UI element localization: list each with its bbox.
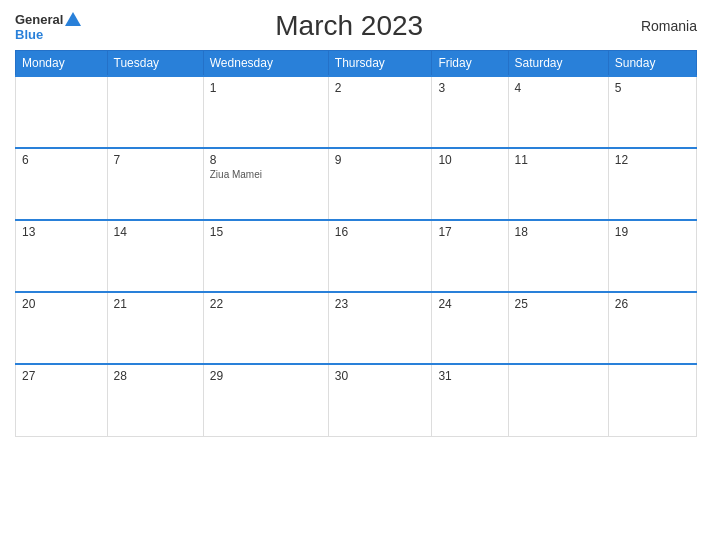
day-number: 18 [515,225,602,239]
day-number: 2 [335,81,426,95]
logo-blue-text: Blue [15,28,43,41]
day-number: 4 [515,81,602,95]
day-number: 29 [210,369,322,383]
calendar-table: Monday Tuesday Wednesday Thursday Friday… [15,50,697,437]
header-saturday: Saturday [508,51,608,77]
calendar-week-row: 12345 [16,76,697,148]
day-number: 14 [114,225,197,239]
calendar-cell: 29 [203,364,328,436]
calendar-cell: 22 [203,292,328,364]
day-number: 27 [22,369,101,383]
calendar-week-row: 2728293031 [16,364,697,436]
calendar-cell: 30 [328,364,432,436]
day-number: 19 [615,225,690,239]
day-number: 5 [615,81,690,95]
day-number: 23 [335,297,426,311]
header-tuesday: Tuesday [107,51,203,77]
logo-block: General Blue [15,12,81,41]
day-number: 13 [22,225,101,239]
day-number: 30 [335,369,426,383]
header: General Blue March 2023 Romania [15,10,697,42]
calendar-cell: 6 [16,148,108,220]
calendar-cell: 23 [328,292,432,364]
calendar-week-row: 20212223242526 [16,292,697,364]
calendar-cell: 13 [16,220,108,292]
calendar-cell: 10 [432,148,508,220]
calendar-cell: 27 [16,364,108,436]
calendar-cell: 3 [432,76,508,148]
day-number: 16 [335,225,426,239]
calendar-cell: 25 [508,292,608,364]
calendar-cell: 19 [608,220,696,292]
calendar-cell: 15 [203,220,328,292]
day-number: 12 [615,153,690,167]
day-number: 3 [438,81,501,95]
day-number: 25 [515,297,602,311]
calendar-cell: 24 [432,292,508,364]
header-sunday: Sunday [608,51,696,77]
calendar-cell: 14 [107,220,203,292]
logo-general-text: General [15,13,63,26]
calendar-cell: 2 [328,76,432,148]
header-friday: Friday [432,51,508,77]
day-number: 11 [515,153,602,167]
calendar-cell [608,364,696,436]
day-number: 8 [210,153,322,167]
calendar-week-row: 13141516171819 [16,220,697,292]
weekday-header-row: Monday Tuesday Wednesday Thursday Friday… [16,51,697,77]
day-number: 9 [335,153,426,167]
calendar-cell: 5 [608,76,696,148]
day-number: 26 [615,297,690,311]
calendar-cell: 11 [508,148,608,220]
calendar-cell: 26 [608,292,696,364]
page: General Blue March 2023 Romania Monday T… [0,0,712,550]
day-number: 10 [438,153,501,167]
header-thursday: Thursday [328,51,432,77]
day-number: 28 [114,369,197,383]
calendar-body: 12345678Ziua Mamei9101112131415161718192… [16,76,697,436]
day-number: 21 [114,297,197,311]
calendar-cell [107,76,203,148]
calendar-cell [16,76,108,148]
calendar-header: Monday Tuesday Wednesday Thursday Friday… [16,51,697,77]
day-number: 6 [22,153,101,167]
day-number: 20 [22,297,101,311]
calendar-cell: 18 [508,220,608,292]
calendar-cell: 20 [16,292,108,364]
logo-triangle-icon [65,12,81,26]
calendar-cell: 1 [203,76,328,148]
logo-row: General [15,12,81,28]
event-label: Ziua Mamei [210,169,322,180]
calendar-cell: 7 [107,148,203,220]
day-number: 1 [210,81,322,95]
month-title: March 2023 [81,10,617,42]
header-wednesday: Wednesday [203,51,328,77]
calendar-cell: 8Ziua Mamei [203,148,328,220]
calendar-cell: 16 [328,220,432,292]
day-number: 24 [438,297,501,311]
day-number: 22 [210,297,322,311]
calendar-cell: 31 [432,364,508,436]
calendar-cell: 17 [432,220,508,292]
calendar-week-row: 678Ziua Mamei9101112 [16,148,697,220]
calendar-cell: 21 [107,292,203,364]
calendar-cell: 12 [608,148,696,220]
day-number: 17 [438,225,501,239]
calendar-cell: 9 [328,148,432,220]
day-number: 15 [210,225,322,239]
calendar-cell [508,364,608,436]
calendar-cell: 28 [107,364,203,436]
day-number: 7 [114,153,197,167]
logo: General Blue [15,12,81,41]
day-number: 31 [438,369,501,383]
country-label: Romania [617,18,697,34]
header-monday: Monday [16,51,108,77]
calendar-cell: 4 [508,76,608,148]
